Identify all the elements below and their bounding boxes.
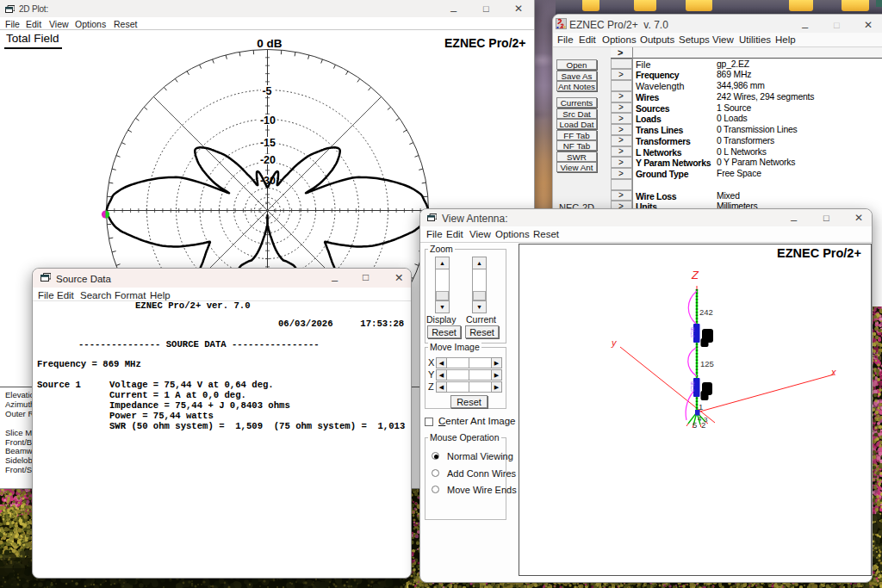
svg-text:STUB: STUB xyxy=(691,381,695,392)
svg-text:-20: -20 xyxy=(260,154,276,166)
svg-text:1: 1 xyxy=(699,402,703,412)
svg-text:5: 5 xyxy=(693,420,697,430)
svg-text:STUB: STUB xyxy=(691,327,695,337)
svg-text:-15: -15 xyxy=(260,137,276,149)
svg-text:-10: -10 xyxy=(260,115,276,127)
svg-text:2: 2 xyxy=(701,420,705,430)
svg-text:242: 242 xyxy=(699,307,713,317)
svg-text:-5: -5 xyxy=(262,85,271,97)
svg-text:0 dB: 0 dB xyxy=(257,37,283,50)
svg-text:x: x xyxy=(830,367,836,377)
svg-text:Z: Z xyxy=(691,269,699,282)
svg-text:125: 125 xyxy=(700,359,714,368)
svg-text:y: y xyxy=(611,337,618,348)
